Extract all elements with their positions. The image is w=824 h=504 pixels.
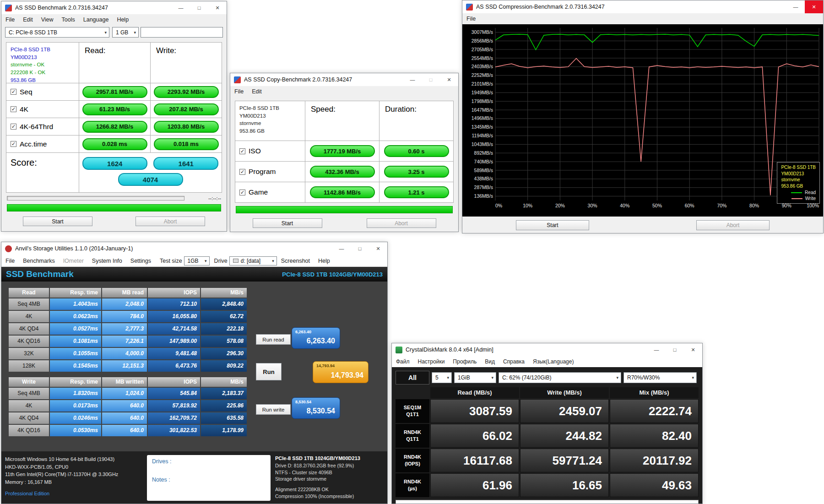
menu-help[interactable]: Help (314, 256, 334, 266)
menubar: File (462, 13, 823, 24)
menu-language[interactable]: Язык(Language) (529, 357, 578, 366)
row-label: Acc.time (20, 140, 47, 148)
menubar: File Benchmarks IOmeter System Info Sett… (1, 255, 387, 267)
total-score-pill: 4074 (118, 173, 183, 186)
start-button[interactable]: Start (23, 217, 92, 226)
target-drive-combo[interactable]: C: 62% (74/120GiB) ▾ (499, 372, 621, 383)
svg-text:1496MB/s: 1496MB/s (472, 115, 493, 121)
minimize-button[interactable]: — (786, 0, 805, 13)
4k-checkbox[interactable]: ✓ (11, 106, 16, 112)
menu-settings[interactable]: Settings (126, 256, 155, 266)
test-count-combo[interactable]: 5 ▾ (432, 372, 452, 383)
menu-settings[interactable]: Настройки (414, 357, 449, 366)
test-size-combo[interactable]: 1GB ▾ (184, 256, 210, 266)
menu-profile[interactable]: Профиль (449, 357, 481, 366)
size-combo[interactable]: 1 GB ▾ (112, 27, 139, 38)
storage-driver-info: Storage driver stornvme (275, 476, 384, 482)
menu-view[interactable]: Вид (481, 357, 499, 366)
menu-file[interactable]: File (462, 14, 480, 23)
start-button[interactable]: Start (253, 218, 322, 228)
run-read-button[interactable]: Run read (256, 334, 291, 345)
read-score-small: 6,263.40 (295, 330, 311, 334)
menu-help[interactable]: Справка (499, 357, 529, 366)
run-write-button[interactable]: Run write (256, 404, 291, 415)
read-results-table: Read Resp. time MB read IOPS MB/s Seq 4M… (9, 288, 245, 372)
iso-checkbox[interactable]: ✓ (239, 148, 245, 154)
device-title: PCIe-8 SSD 1TB 1024GB/YM00D213 (282, 271, 383, 278)
results-grid: Read (MB/s) Write (MB/s) Mix (MB/s) SEQ1… (396, 387, 699, 497)
chevron-down-icon: ▾ (131, 30, 136, 35)
menu-file[interactable]: Файл (392, 357, 414, 366)
4k-read-value: 61.23 MB/s (82, 103, 147, 115)
mix-ratio-combo[interactable]: R70%/W30% ▾ (623, 372, 697, 383)
drive-combo[interactable]: C: PCIe-8 SSD 1TB ▾ (5, 27, 109, 38)
memory-info: Memory : 16,167 MB (5, 478, 140, 486)
minimize-button[interactable]: — (332, 242, 351, 255)
menu-tools[interactable]: Tools (58, 15, 79, 24)
close-button[interactable]: ✕ (369, 242, 387, 255)
svg-text:2403MB/s: 2403MB/s (472, 64, 493, 69)
maximize-button[interactable]: □ (190, 1, 208, 14)
acctime-row-label: ✓ Acc.time (6, 135, 79, 152)
menu-help[interactable]: Help (113, 15, 133, 24)
all-button[interactable]: All (396, 371, 429, 385)
acctime-checkbox[interactable]: ✓ (11, 141, 16, 147)
seq-checkbox[interactable]: ✓ (11, 89, 16, 95)
maximize-button[interactable]: □ (666, 343, 684, 356)
titlebar[interactable]: Anvil's Storage Utilities 1.1.0 (2014-Ja… (1, 242, 387, 255)
legend-capacity: 953.86 GB (781, 183, 816, 190)
seq1m-q1t1-button[interactable]: SEQ1M Q1T1 (396, 399, 429, 423)
progress-bar (7, 204, 221, 211)
rnd4k-iops-button[interactable]: RND4K (IOPS) (396, 449, 429, 472)
program-checkbox[interactable]: ✓ (239, 169, 245, 175)
menu-edit[interactable]: Edit (248, 87, 266, 96)
menu-benchmarks[interactable]: Benchmarks (19, 256, 59, 266)
close-button[interactable]: ✕ (684, 343, 702, 356)
menu-view[interactable]: View (37, 15, 58, 24)
rnd4k-q1t1-button[interactable]: RND4K Q1T1 (396, 424, 429, 448)
close-button[interactable]: ✕ (208, 1, 227, 14)
menu-screenshot[interactable]: Screenshot (277, 256, 314, 266)
window-anvil-storage-utilities: Anvil's Storage Utilities 1.1.0 (2014-Ja… (1, 242, 388, 504)
game-checkbox[interactable]: ✓ (239, 190, 245, 195)
menubar: Файл Настройки Профиль Вид Справка Язык(… (392, 356, 702, 367)
titlebar[interactable]: AS SSD Copy-Benchmark 2.0.7316.34247 — □… (230, 73, 458, 86)
iops-cell: 57,819.92 (148, 400, 200, 412)
test-size-combo[interactable]: 1GiB ▾ (454, 372, 496, 383)
edition-label[interactable]: Professional Edition (5, 490, 140, 498)
titlebar[interactable]: AS SSD Compression-Benchmark 2.0.7316.34… (462, 0, 823, 13)
titlebar[interactable]: CrystalDiskMark 8.0.4 x64 [Admin] — □ ✕ (392, 343, 702, 356)
minimize-button[interactable]: — (172, 1, 190, 14)
start-button[interactable]: Start (516, 220, 589, 230)
mb-written-cell: 640.0 (102, 400, 147, 412)
rnd4k-iops-write-value: 59771.24 (520, 449, 609, 472)
menu-file[interactable]: File (1, 15, 19, 24)
os-info: Microsoft Windows 10 Home 64-bit Build (… (5, 455, 140, 463)
notes-panel[interactable]: Drives : Notes : (147, 455, 271, 501)
rnd4k-latency-button[interactable]: RND4K (µs) (396, 473, 429, 497)
window-title: AS SSD Compression-Benchmark 2.0.7316.34… (476, 4, 786, 10)
4k64-checkbox[interactable]: ✓ (11, 124, 16, 130)
compression-info: Compression 100% (Incompressible) (275, 493, 384, 500)
menu-file[interactable]: File (230, 87, 248, 96)
menu-file[interactable]: File (1, 256, 19, 266)
close-button[interactable]: ✕ (440, 73, 458, 86)
close-button[interactable]: ✕ (805, 0, 823, 13)
menu-language[interactable]: Language (79, 15, 113, 24)
size-combo-value: 1 GB (116, 29, 128, 36)
minimize-button[interactable]: — (647, 343, 666, 356)
menu-system-info[interactable]: System Info (88, 256, 126, 266)
menu-edit[interactable]: Edit (19, 15, 37, 24)
rnd4k-write-value: 244.82 (520, 424, 609, 448)
titlebar[interactable]: AS SSD Benchmark 2.0.7316.34247 — □ ✕ (1, 1, 227, 14)
4k64-write-value: 1203.80 MB/s (154, 121, 219, 133)
program-row-label: ✓ Program (235, 162, 305, 182)
minimize-button[interactable]: — (403, 73, 422, 86)
seq-write-value: 2293.92 MB/s (154, 86, 219, 98)
maximize-button[interactable]: □ (351, 242, 369, 255)
run-button[interactable]: Run (256, 363, 282, 380)
alignment-info: Alignment 222208KB OK (275, 486, 384, 493)
text-input[interactable] (141, 27, 223, 38)
row-label: 32K (9, 348, 49, 359)
drive-combo[interactable]: d: [data] ▾ (229, 256, 277, 266)
